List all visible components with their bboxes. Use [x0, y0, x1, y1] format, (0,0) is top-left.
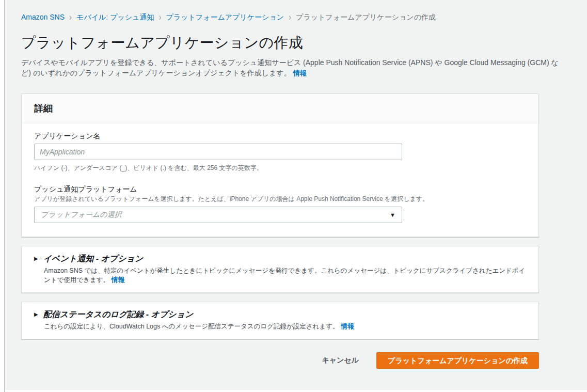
- push-platform-field: プッシュ通知プラットフォーム アプリが登録されているプラットフォームを選択します…: [34, 184, 526, 223]
- collapsed-sidebar-rail[interactable]: [0, 0, 5, 392]
- details-card-body: アプリケーション名 ハイフン (-)、アンダースコア (_)、ピリオド (.) …: [22, 123, 538, 237]
- delivery-status-logging-section-title: 配信ステータスのログ記録 - オプション: [43, 309, 194, 320]
- push-platform-select-placeholder: プラットフォームの選択: [41, 210, 122, 219]
- delivery-status-logging-section-header[interactable]: ▶ 配信ステータスのログ記録 - オプション: [34, 309, 526, 320]
- event-notifications-section-description: Amazon SNS では、特定のイベントが発生したときにトピックにメッセージを…: [44, 266, 526, 285]
- delivery-status-logging-section-description: これらの設定により、CloudWatch Logs へのメッセージ配信ステータス…: [44, 322, 526, 331]
- breadcrumb-current-page: プラットフォームアプリケーションの作成: [296, 12, 436, 22]
- event-notifications-section-title: イベント通知 - オプション: [43, 253, 144, 264]
- application-name-input[interactable]: [34, 144, 402, 160]
- details-card: 詳細 アプリケーション名 ハイフン (-)、アンダースコア (_)、ピリオド (…: [21, 93, 539, 237]
- breadcrumb: Amazon SNS › モバイル: プッシュ通知 › プラットフォームアプリケ…: [21, 12, 568, 22]
- breadcrumb-link-amazon-sns[interactable]: Amazon SNS: [21, 12, 65, 22]
- triangle-right-icon: ▶: [34, 311, 38, 317]
- chevron-right-icon: ›: [158, 11, 161, 24]
- application-name-help-text: ハイフン (-)、アンダースコア (_)、ピリオド (.) を含む、最大 256…: [34, 164, 526, 172]
- breadcrumb-link-mobile-push[interactable]: モバイル: プッシュ通知: [76, 12, 154, 22]
- push-platform-label: プッシュ通知プラットフォーム: [34, 184, 526, 194]
- page-title: プラットフォームアプリケーションの作成: [21, 33, 568, 53]
- push-platform-description: アプリが登録されているプラットフォームを選択します。たとえば、iPhone アプ…: [34, 195, 526, 203]
- page-description: デバイスやモバイルアプリを登録できる、サポートされているプッシュ通知サービス (…: [21, 57, 568, 79]
- breadcrumb-link-platform-applications[interactable]: プラットフォームアプリケーション: [166, 12, 284, 22]
- info-link[interactable]: 情報: [112, 276, 125, 284]
- delivery-status-logging-section: ▶ 配信ステータスのログ記録 - オプション これらの設定により、CloudWa…: [21, 302, 539, 339]
- chevron-right-icon: ›: [69, 11, 72, 24]
- cancel-button[interactable]: キャンセル: [318, 353, 363, 368]
- triangle-right-icon: ▶: [34, 256, 38, 261]
- page-description-text: デバイスやモバイルアプリを登録できる、サポートされているプッシュ通知サービス (…: [21, 58, 559, 77]
- application-name-field: アプリケーション名 ハイフン (-)、アンダースコア (_)、ピリオド (.) …: [34, 131, 526, 172]
- create-platform-application-button[interactable]: プラットフォームアプリケーションの作成: [376, 352, 539, 369]
- chevron-down-icon: ▼: [390, 212, 395, 218]
- main-content: Amazon SNS › モバイル: プッシュ通知 › プラットフォームアプリケ…: [5, 0, 587, 390]
- details-card-header: 詳細: [22, 94, 538, 123]
- details-card-title: 詳細: [34, 102, 526, 115]
- chevron-right-icon: ›: [289, 11, 291, 24]
- event-notifications-section: ▶ イベント通知 - オプション Amazon SNS では、特定のイベントが発…: [21, 246, 539, 293]
- info-link[interactable]: 情報: [293, 69, 307, 77]
- browser-viewport: Amazon SNS › モバイル: プッシュ通知 › プラットフォームアプリケ…: [0, 0, 587, 392]
- push-platform-select[interactable]: プラットフォームの選択 ▼: [34, 207, 402, 223]
- info-link[interactable]: 情報: [341, 322, 354, 330]
- form-actions: キャンセル プラットフォームアプリケーションの作成: [21, 352, 539, 369]
- application-name-label: アプリケーション名: [34, 131, 526, 141]
- delivery-status-logging-description-text: これらの設定により、CloudWatch Logs へのメッセージ配信ステータス…: [44, 323, 339, 330]
- event-notifications-section-header[interactable]: ▶ イベント通知 - オプション: [34, 253, 526, 264]
